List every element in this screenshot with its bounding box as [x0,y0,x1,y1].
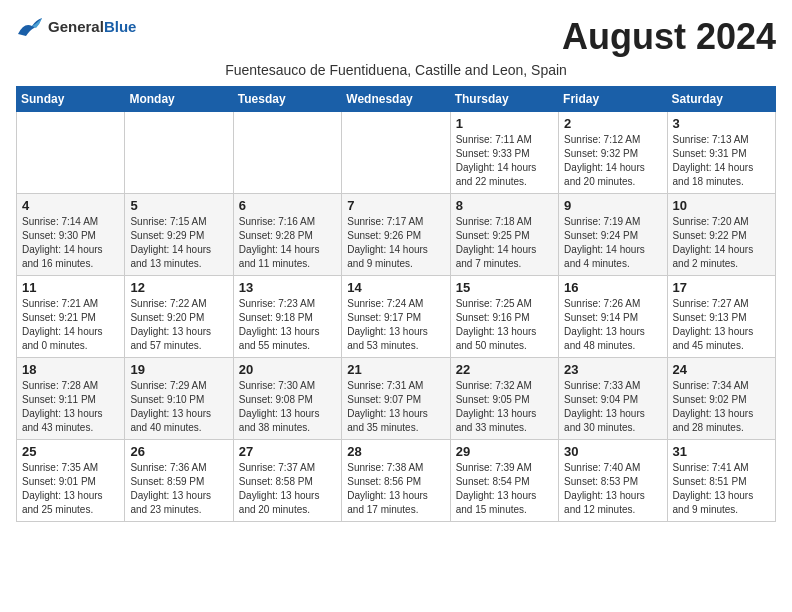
calendar-cell: 7Sunrise: 7:17 AM Sunset: 9:26 PM Daylig… [342,194,450,276]
day-number: 2 [564,116,661,131]
day-info: Sunrise: 7:16 AM Sunset: 9:28 PM Dayligh… [239,215,336,271]
day-info: Sunrise: 7:39 AM Sunset: 8:54 PM Dayligh… [456,461,553,517]
day-number: 31 [673,444,770,459]
day-number: 4 [22,198,119,213]
calendar-table: SundayMondayTuesdayWednesdayThursdayFrid… [16,86,776,522]
day-number: 10 [673,198,770,213]
day-number: 30 [564,444,661,459]
calendar-week-row: 25Sunrise: 7:35 AM Sunset: 9:01 PM Dayli… [17,440,776,522]
calendar-cell: 22Sunrise: 7:32 AM Sunset: 9:05 PM Dayli… [450,358,558,440]
day-info: Sunrise: 7:26 AM Sunset: 9:14 PM Dayligh… [564,297,661,353]
day-info: Sunrise: 7:22 AM Sunset: 9:20 PM Dayligh… [130,297,227,353]
day-info: Sunrise: 7:19 AM Sunset: 9:24 PM Dayligh… [564,215,661,271]
logo: GeneralBlue [16,16,136,38]
calendar-cell: 25Sunrise: 7:35 AM Sunset: 9:01 PM Dayli… [17,440,125,522]
calendar-cell: 5Sunrise: 7:15 AM Sunset: 9:29 PM Daylig… [125,194,233,276]
weekday-header: Saturday [667,87,775,112]
day-info: Sunrise: 7:14 AM Sunset: 9:30 PM Dayligh… [22,215,119,271]
day-info: Sunrise: 7:31 AM Sunset: 9:07 PM Dayligh… [347,379,444,435]
day-number: 29 [456,444,553,459]
calendar-week-row: 1Sunrise: 7:11 AM Sunset: 9:33 PM Daylig… [17,112,776,194]
day-number: 26 [130,444,227,459]
day-number: 7 [347,198,444,213]
logo-text-general: General [48,18,104,35]
calendar-cell: 12Sunrise: 7:22 AM Sunset: 9:20 PM Dayli… [125,276,233,358]
day-info: Sunrise: 7:13 AM Sunset: 9:31 PM Dayligh… [673,133,770,189]
day-info: Sunrise: 7:21 AM Sunset: 9:21 PM Dayligh… [22,297,119,353]
day-number: 11 [22,280,119,295]
day-number: 25 [22,444,119,459]
day-number: 12 [130,280,227,295]
day-info: Sunrise: 7:38 AM Sunset: 8:56 PM Dayligh… [347,461,444,517]
day-number: 17 [673,280,770,295]
calendar-week-row: 11Sunrise: 7:21 AM Sunset: 9:21 PM Dayli… [17,276,776,358]
calendar-cell: 27Sunrise: 7:37 AM Sunset: 8:58 PM Dayli… [233,440,341,522]
day-info: Sunrise: 7:37 AM Sunset: 8:58 PM Dayligh… [239,461,336,517]
day-info: Sunrise: 7:20 AM Sunset: 9:22 PM Dayligh… [673,215,770,271]
day-number: 28 [347,444,444,459]
calendar-cell: 24Sunrise: 7:34 AM Sunset: 9:02 PM Dayli… [667,358,775,440]
day-number: 20 [239,362,336,377]
day-info: Sunrise: 7:17 AM Sunset: 9:26 PM Dayligh… [347,215,444,271]
calendar-cell: 19Sunrise: 7:29 AM Sunset: 9:10 PM Dayli… [125,358,233,440]
day-number: 6 [239,198,336,213]
day-info: Sunrise: 7:30 AM Sunset: 9:08 PM Dayligh… [239,379,336,435]
calendar-cell: 30Sunrise: 7:40 AM Sunset: 8:53 PM Dayli… [559,440,667,522]
day-number: 18 [22,362,119,377]
day-number: 3 [673,116,770,131]
day-info: Sunrise: 7:23 AM Sunset: 9:18 PM Dayligh… [239,297,336,353]
day-number: 22 [456,362,553,377]
calendar-cell: 9Sunrise: 7:19 AM Sunset: 9:24 PM Daylig… [559,194,667,276]
calendar-cell: 16Sunrise: 7:26 AM Sunset: 9:14 PM Dayli… [559,276,667,358]
weekday-header: Wednesday [342,87,450,112]
page-subtitle: Fuentesauco de Fuentiduena, Castille and… [16,62,776,78]
calendar-cell: 8Sunrise: 7:18 AM Sunset: 9:25 PM Daylig… [450,194,558,276]
day-info: Sunrise: 7:11 AM Sunset: 9:33 PM Dayligh… [456,133,553,189]
day-info: Sunrise: 7:15 AM Sunset: 9:29 PM Dayligh… [130,215,227,271]
day-info: Sunrise: 7:12 AM Sunset: 9:32 PM Dayligh… [564,133,661,189]
calendar-cell: 20Sunrise: 7:30 AM Sunset: 9:08 PM Dayli… [233,358,341,440]
day-number: 1 [456,116,553,131]
calendar-cell [125,112,233,194]
calendar-cell: 6Sunrise: 7:16 AM Sunset: 9:28 PM Daylig… [233,194,341,276]
calendar-cell [342,112,450,194]
calendar-cell: 28Sunrise: 7:38 AM Sunset: 8:56 PM Dayli… [342,440,450,522]
day-number: 24 [673,362,770,377]
logo-bird-icon [16,16,44,38]
calendar-cell: 2Sunrise: 7:12 AM Sunset: 9:32 PM Daylig… [559,112,667,194]
calendar-cell: 3Sunrise: 7:13 AM Sunset: 9:31 PM Daylig… [667,112,775,194]
day-info: Sunrise: 7:36 AM Sunset: 8:59 PM Dayligh… [130,461,227,517]
day-number: 8 [456,198,553,213]
day-number: 13 [239,280,336,295]
day-number: 9 [564,198,661,213]
day-info: Sunrise: 7:29 AM Sunset: 9:10 PM Dayligh… [130,379,227,435]
day-number: 15 [456,280,553,295]
calendar-week-row: 18Sunrise: 7:28 AM Sunset: 9:11 PM Dayli… [17,358,776,440]
calendar-cell: 11Sunrise: 7:21 AM Sunset: 9:21 PM Dayli… [17,276,125,358]
day-info: Sunrise: 7:33 AM Sunset: 9:04 PM Dayligh… [564,379,661,435]
calendar-cell: 13Sunrise: 7:23 AM Sunset: 9:18 PM Dayli… [233,276,341,358]
calendar-cell: 23Sunrise: 7:33 AM Sunset: 9:04 PM Dayli… [559,358,667,440]
calendar-cell: 14Sunrise: 7:24 AM Sunset: 9:17 PM Dayli… [342,276,450,358]
calendar-cell: 15Sunrise: 7:25 AM Sunset: 9:16 PM Dayli… [450,276,558,358]
day-number: 16 [564,280,661,295]
day-info: Sunrise: 7:25 AM Sunset: 9:16 PM Dayligh… [456,297,553,353]
calendar-cell: 26Sunrise: 7:36 AM Sunset: 8:59 PM Dayli… [125,440,233,522]
day-number: 27 [239,444,336,459]
logo-text-blue: Blue [104,18,137,35]
day-number: 23 [564,362,661,377]
weekday-header: Tuesday [233,87,341,112]
calendar-cell: 4Sunrise: 7:14 AM Sunset: 9:30 PM Daylig… [17,194,125,276]
calendar-cell: 1Sunrise: 7:11 AM Sunset: 9:33 PM Daylig… [450,112,558,194]
day-info: Sunrise: 7:41 AM Sunset: 8:51 PM Dayligh… [673,461,770,517]
calendar-cell [17,112,125,194]
calendar-cell: 17Sunrise: 7:27 AM Sunset: 9:13 PM Dayli… [667,276,775,358]
day-info: Sunrise: 7:34 AM Sunset: 9:02 PM Dayligh… [673,379,770,435]
day-info: Sunrise: 7:27 AM Sunset: 9:13 PM Dayligh… [673,297,770,353]
day-info: Sunrise: 7:28 AM Sunset: 9:11 PM Dayligh… [22,379,119,435]
weekday-header: Thursday [450,87,558,112]
calendar-cell: 21Sunrise: 7:31 AM Sunset: 9:07 PM Dayli… [342,358,450,440]
calendar-cell [233,112,341,194]
weekday-header: Sunday [17,87,125,112]
weekday-header: Friday [559,87,667,112]
